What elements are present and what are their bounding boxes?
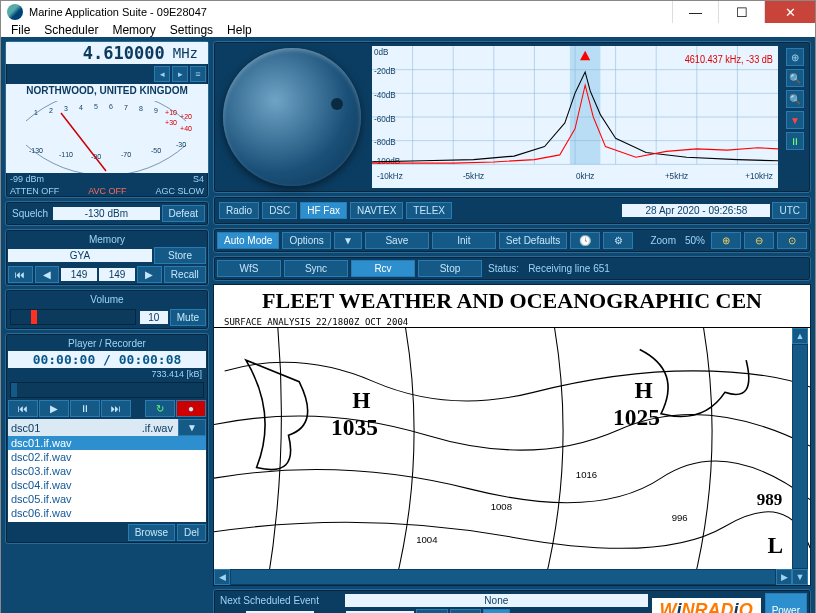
rcv-button[interactable]: Rcv (351, 260, 415, 277)
menu-help[interactable]: Help (227, 23, 252, 37)
tab-hffax[interactable]: HF Fax (300, 202, 347, 219)
on-button[interactable]: On (483, 609, 510, 613)
scroll-left-icon[interactable]: ◀ (214, 569, 230, 585)
target-icon[interactable]: ⊕ (786, 48, 804, 66)
mem-index-2[interactable]: 149 (99, 268, 135, 281)
edit-button[interactable]: Edit (450, 609, 481, 613)
file-dropdown-button[interactable]: ▼ (178, 419, 206, 436)
sync-button[interactable]: Sync (284, 260, 348, 277)
freq-btn-3[interactable]: ≡ (190, 66, 206, 82)
svg-text:-50: -50 (151, 147, 161, 154)
menu-scheduler[interactable]: Scheduler (44, 23, 98, 37)
loop-button[interactable]: ↻ (145, 400, 175, 417)
list-item[interactable]: dsc03.if.wav (8, 464, 206, 478)
svg-text:-40dB: -40dB (374, 89, 396, 100)
list-item[interactable]: dsc01.if.wav (8, 436, 206, 450)
tool-icon[interactable]: ⚙ (603, 232, 633, 249)
zoom-in-icon[interactable]: 🔍 (786, 69, 804, 87)
set-defaults-button[interactable]: Set Defaults (499, 232, 567, 249)
s-reading: S4 (193, 174, 204, 184)
zoom-out-icon[interactable]: 🔍 (786, 90, 804, 108)
freq-btn-1[interactable]: ◂ (154, 66, 170, 82)
tab-telex[interactable]: TELEX (406, 202, 452, 219)
scroll-right-icon[interactable]: ▶ (776, 569, 792, 585)
mute-button[interactable]: Mute (170, 309, 206, 326)
tuning-knob[interactable] (223, 48, 361, 186)
power-button[interactable]: Power (765, 593, 807, 613)
svg-text:+20: +20 (180, 113, 192, 120)
mem-index-1[interactable]: 149 (61, 268, 97, 281)
auto-mode-button[interactable]: Auto Mode (217, 232, 279, 249)
fax-image-area[interactable]: FLEET WEATHER AND OCEANOGRAPHIC CEN SURF… (213, 284, 811, 586)
browse-button[interactable]: Browse (128, 524, 175, 541)
add-button[interactable]: Add (416, 609, 448, 613)
list-item[interactable]: dsc06.if.wav (8, 506, 206, 520)
options-button[interactable]: Options (282, 232, 330, 249)
freq-btn-2[interactable]: ▸ (172, 66, 188, 82)
frequency-unit: MHz (173, 45, 198, 61)
mem-prev-button[interactable]: ◀ (35, 266, 60, 283)
menu-file[interactable]: File (11, 23, 30, 37)
defeat-button[interactable]: Defeat (162, 205, 205, 222)
init-button[interactable]: Init (432, 232, 496, 249)
frequency-value: 4.610000 (83, 43, 165, 63)
record-button[interactable]: ● (176, 400, 206, 417)
tab-dsc[interactable]: DSC (262, 202, 297, 219)
options-dropdown-icon[interactable]: ▼ (334, 232, 362, 249)
svg-text:7: 7 (124, 104, 128, 111)
vscrollbar[interactable]: ▲ ▼ (792, 328, 808, 585)
file-list[interactable]: dsc01.if.wav dsc02.if.wav dsc03.if.wav d… (8, 436, 206, 522)
spectrum-display[interactable]: 0dB-20dB-40dB-60dB-80dB-100dB -10kHz-5kH… (372, 46, 778, 188)
volume-slider[interactable] (10, 309, 136, 325)
tab-navtex[interactable]: NAVTEX (350, 202, 403, 219)
svg-text:5: 5 (94, 103, 98, 110)
zoom-out-button[interactable]: ⊖ (744, 232, 774, 249)
minimize-button[interactable]: — (672, 1, 718, 23)
list-item[interactable]: dsc05.if.wav (8, 492, 206, 506)
list-item[interactable]: dsc04.if.wav (8, 478, 206, 492)
svg-text:-5kHz: -5kHz (463, 170, 485, 181)
close-button[interactable]: ✕ (764, 1, 815, 23)
volume-value[interactable]: 10 (140, 311, 168, 324)
squelch-value[interactable]: -130 dBm (53, 207, 159, 220)
svg-text:8: 8 (139, 105, 143, 112)
tz-button[interactable]: UTC (772, 202, 807, 219)
maximize-button[interactable]: ☐ (718, 1, 764, 23)
svg-text:4: 4 (79, 104, 83, 111)
marker-down-icon[interactable]: ▼ (786, 111, 804, 129)
atten-button[interactable]: ATTEN OFF (10, 186, 59, 196)
memory-callsign[interactable]: GYA (8, 249, 152, 262)
svg-text:0dB: 0dB (374, 47, 389, 58)
scroll-down-icon[interactable]: ▼ (792, 569, 808, 585)
pause-spectrum-icon[interactable]: ⏸ (786, 132, 804, 150)
zoom-in-button[interactable]: ⊕ (711, 232, 741, 249)
menu-memory[interactable]: Memory (112, 23, 155, 37)
list-item[interactable]: dsc02.if.wav (8, 450, 206, 464)
svg-text:-80dB: -80dB (374, 137, 396, 148)
avc-button[interactable]: AVC OFF (88, 186, 126, 196)
stop-button[interactable]: Stop (418, 260, 482, 277)
wfs-button[interactable]: WfS (217, 260, 281, 277)
skip-fwd-button[interactable]: ⏭ (101, 400, 131, 417)
svg-text:+40: +40 (180, 125, 192, 132)
recall-button[interactable]: Recall (164, 266, 207, 283)
agc-button[interactable]: AGC SLOW (155, 186, 204, 196)
menu-settings[interactable]: Settings (170, 23, 213, 37)
player-scrubber[interactable] (10, 382, 204, 398)
clock-icon[interactable]: 🕓 (570, 232, 600, 249)
play-button[interactable]: ▶ (39, 400, 69, 417)
zoom-fit-button[interactable]: ⊙ (777, 232, 807, 249)
mem-next-button[interactable]: ▶ (137, 266, 162, 283)
next-event-value: None (345, 594, 648, 607)
save-button[interactable]: Save (365, 232, 429, 249)
frequency-display[interactable]: 4.610000 MHz (6, 42, 208, 64)
scroll-up-icon[interactable]: ▲ (792, 328, 808, 344)
status-text: Receiving line 651 (525, 263, 613, 274)
pause-button[interactable]: ⏸ (70, 400, 100, 417)
skip-back-button[interactable]: ⏮ (8, 400, 38, 417)
store-button[interactable]: Store (154, 247, 206, 264)
mem-first-button[interactable]: ⏮ (8, 266, 33, 283)
delete-button[interactable]: Del (177, 524, 206, 541)
tab-radio[interactable]: Radio (219, 202, 259, 219)
hscrollbar[interactable]: ◀ ▶ (214, 569, 792, 585)
